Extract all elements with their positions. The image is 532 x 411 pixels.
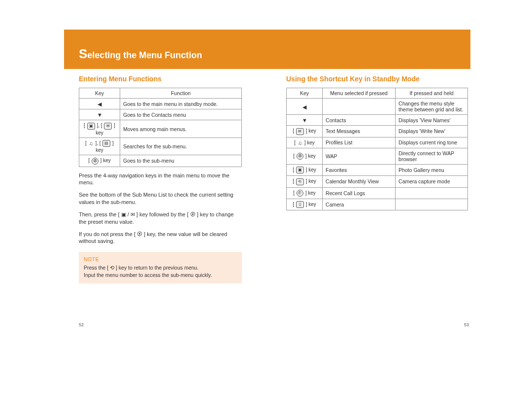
table-row: [ ⦿ ] keyWAPDirectly connect to WAP brow… [287, 148, 468, 164]
nav-down-icon: ▼ [97, 112, 102, 118]
table-row: [ ♫ ] keyProfiles ListDisplays current r… [287, 137, 468, 148]
cam-icon: ▣ [87, 123, 95, 130]
table-row: [ ✆ ] keyRecent Call Logs [287, 187, 468, 199]
key-cell: [ ⦿ ] key [287, 148, 323, 164]
table-row: [ ✉ ] keyText MessagesDisplays 'Write Ne… [287, 126, 468, 137]
function-cell: Goes to the Contacts menu [120, 109, 242, 120]
held-cell: Displays current ring tone [396, 137, 468, 148]
ok-icon: ⦿ [92, 158, 99, 165]
table-row: ▼Goes to the Contacts menu [79, 109, 242, 120]
page-number-right: 53 [464, 322, 469, 327]
table-row: [ ⟲ ] keyCalendar Monthly ViewCamera cap… [287, 176, 468, 187]
left-para-3: If you do not press the [ ⦿ ] key, the n… [79, 231, 242, 245]
table-row: ◀Changes the menu style theme between gr… [287, 99, 468, 115]
key-cell: [ ⟲ ] key [287, 176, 323, 187]
music-icon: ♫ [298, 140, 302, 146]
table-row: [ ▣ ] keyFavoritesPhoto Gallery menu [287, 164, 468, 175]
content-columns: Entering Menu Functions Key Function ◀Go… [79, 75, 468, 283]
page-spread: Selecting the Menu Function Entering Men… [0, 0, 532, 411]
held-cell: Photo Gallery menu [396, 164, 468, 175]
right-column: Using the Shortcut Key in Standby Mode K… [286, 75, 468, 283]
page-number-left: 52 [79, 322, 84, 327]
held-cell [396, 187, 468, 199]
title-initial: S [79, 46, 87, 61]
col-key: Key [79, 88, 120, 99]
cam-icon: ▣ [296, 167, 304, 173]
book-icon: ▤ [102, 140, 110, 147]
col-held: If pressed and held [396, 88, 468, 99]
note-box: NOTE Press the [ ⟲ ] key to return to th… [79, 252, 242, 283]
right-heading: Using the Shortcut Key in Standby Mode [286, 75, 468, 83]
col-pressed: Menu selected if pressed [323, 88, 396, 99]
held-cell [396, 199, 468, 210]
entering-menu-table: Key Function ◀Goes to the main menu in s… [79, 88, 242, 167]
function-cell: Searches for the sub-menu. [120, 137, 242, 155]
col-function: Function [120, 88, 242, 99]
held-cell: Displays 'View Names' [396, 115, 468, 126]
table-row: ◀Goes to the main menu in standby mode. [79, 99, 242, 109]
music-icon: ♫ [89, 140, 94, 146]
function-cell: Goes to the sub-menu [120, 155, 242, 167]
key-cell: [ ▯ ] key [287, 199, 323, 210]
held-cell: Changes the menu style theme between gri… [396, 99, 468, 115]
key-cell: [ ▣ ], [ ✉ ] key [79, 120, 120, 137]
held-cell: Displays 'Write New' [396, 126, 468, 137]
shortcut-table: Key Menu selected if pressed If pressed … [286, 88, 468, 210]
pressed-cell [323, 99, 396, 115]
key-cell: ▼ [287, 115, 323, 126]
phone-icon: ✆ [297, 190, 303, 197]
key-cell: ◀ [287, 99, 323, 115]
key-cell: [ ♫ ] key [287, 137, 323, 148]
left-column: Entering Menu Functions Key Function ◀Go… [79, 75, 242, 283]
function-cell: Goes to the main menu in standby mode. [120, 99, 242, 109]
key-cell: ▼ [79, 109, 120, 120]
note-line-1: Input the menu number to access the sub-… [84, 272, 237, 279]
left-para-1: See the bottom of the Sub Menu List to c… [79, 191, 242, 206]
left-long-icon: ⟲ [296, 178, 304, 185]
nav-down-icon: ▼ [302, 117, 307, 123]
pressed-cell: WAP [323, 148, 396, 164]
table-row: [ ⦿ ] keyGoes to the sub-menu [79, 155, 242, 167]
left-para-0: Press the 4-way navigation keys in the m… [79, 172, 242, 187]
page-title: Selecting the Menu Function [79, 46, 202, 62]
key-cell: [ ⦿ ] key [79, 155, 120, 167]
mail-icon: ✉ [296, 128, 304, 135]
key-cell: [ ♫ ], [ ▤ ] key [79, 137, 120, 155]
section-banner: Selecting the Menu Function [64, 30, 470, 69]
table-row: [ ▯ ] keyCamera [287, 199, 468, 210]
function-cell: Moves among main menus. [120, 120, 242, 137]
nav-left-icon: ◀ [302, 104, 307, 110]
left-para-2: Then, press the [ ▣ / ✉ ] key followed b… [79, 211, 242, 226]
key-cell: [ ▣ ] key [287, 164, 323, 175]
pressed-cell: Text Messages [323, 126, 396, 137]
note-line-0: Press the [ ⟲ ] key to return to the pre… [84, 264, 237, 272]
table-row: [ ♫ ], [ ▤ ] keySearches for the sub-men… [79, 137, 242, 155]
pressed-cell: Calendar Monthly View [323, 176, 396, 187]
pressed-cell: Contacts [323, 115, 396, 126]
side-icon: ▯ [296, 201, 304, 208]
mail-icon: ✉ [104, 123, 112, 130]
pressed-cell: Profiles List [323, 137, 396, 148]
key-cell: ◀ [79, 99, 120, 109]
nav-left-icon: ◀ [97, 101, 102, 107]
ok-icon: ⦿ [297, 153, 303, 160]
note-label: NOTE [84, 256, 237, 263]
left-heading: Entering Menu Functions [79, 75, 242, 83]
held-cell: Directly connect to WAP browser [396, 148, 468, 164]
held-cell: Camera capture mode [396, 176, 468, 187]
key-cell: [ ✉ ] key [287, 126, 323, 137]
title-rest: electing the Menu Function [87, 50, 202, 60]
table-row: [ ▣ ], [ ✉ ] keyMoves among main menus. [79, 120, 242, 137]
pressed-cell: Favorites [323, 164, 396, 175]
pressed-cell: Camera [323, 199, 396, 210]
table-row: ▼ContactsDisplays 'View Names' [287, 115, 468, 126]
key-cell: [ ✆ ] key [287, 187, 323, 199]
pressed-cell: Recent Call Logs [323, 187, 396, 199]
col-key: Key [287, 88, 323, 99]
